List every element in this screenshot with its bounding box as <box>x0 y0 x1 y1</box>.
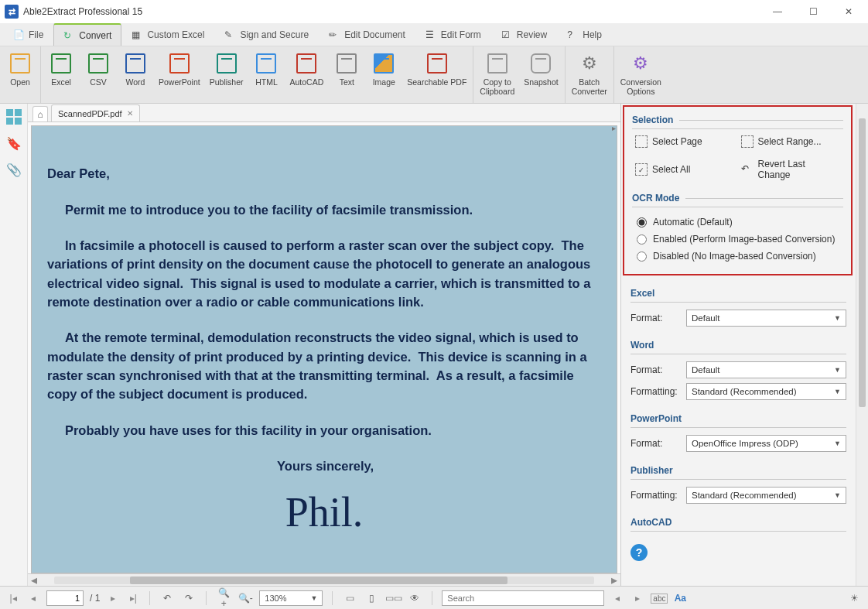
search-input[interactable] <box>442 590 604 606</box>
edit-icon: ✏ <box>329 29 340 40</box>
first-page-button[interactable]: |◂ <box>6 593 20 604</box>
view-mode-2-icon[interactable]: ▯ <box>364 593 379 604</box>
menu-sign-secure[interactable]: ✎Sign and Secure <box>214 23 319 46</box>
text-size-toggle[interactable]: Aa <box>672 593 688 604</box>
attachments-icon[interactable]: 📎 <box>5 161 22 178</box>
menu-review[interactable]: ☑Review <box>491 23 557 46</box>
left-gutter: 🔖 📎 <box>0 104 28 586</box>
ribbon: Open Excel CSV Word PowerPoint Publisher… <box>0 46 868 104</box>
search-prev-button[interactable]: ◂ <box>610 593 624 604</box>
next-page-button[interactable]: ▸ <box>106 593 120 604</box>
ribbon-open[interactable]: Open <box>2 50 39 88</box>
side-panel: Selection Select Page Select Range... ✓S… <box>620 104 868 586</box>
file-icon: 📄 <box>13 29 24 40</box>
ribbon-batch-converter[interactable]: ⚙Batch Converter <box>567 50 612 98</box>
ribbon-text[interactable]: Text <box>328 50 365 88</box>
close-button[interactable]: ✕ <box>831 0 866 23</box>
v-scroll-thumb[interactable] <box>859 118 866 408</box>
app-logo-icon: ⇄ <box>5 5 19 19</box>
page-total: / 1 <box>90 593 100 604</box>
titlebar: ⇄ Able2Extract Professional 15 — ☐ ✕ <box>0 0 868 23</box>
excel-format-label: Format: <box>630 313 682 323</box>
maximize-button[interactable]: ☐ <box>795 0 831 23</box>
view-mode-3-icon[interactable]: ▭▭ <box>385 593 401 604</box>
ribbon-image[interactable]: Image <box>365 50 402 88</box>
chevron-down-icon: ▼ <box>834 440 841 447</box>
select-all-button[interactable]: ✓Select All <box>635 159 735 180</box>
search-next-button[interactable]: ▸ <box>630 593 644 604</box>
home-tab-icon[interactable]: ⌂ <box>32 106 48 121</box>
letter-p2: In facsimile a photocell is caused to pe… <box>47 238 594 309</box>
ribbon-snapshot[interactable]: Snapshot <box>519 50 562 88</box>
letter-p1: Permit me to introduce you to the facili… <box>47 203 473 217</box>
menu-convert[interactable]: ↻Convert <box>53 23 121 46</box>
ocr-disabled-radio[interactable]: Disabled (No Image-based Conversion) <box>632 248 843 265</box>
select-range-icon <box>741 135 754 148</box>
bookmarks-icon[interactable]: 🔖 <box>5 135 22 152</box>
ppt-format-select[interactable]: OpenOffice Impress (ODP)▼ <box>686 435 846 452</box>
letter-closing: Yours sincerely, <box>277 459 374 473</box>
zoom-in-icon[interactable]: 🔍+ <box>216 587 231 609</box>
ribbon-publisher[interactable]: Publisher <box>205 50 248 88</box>
menu-edit-form[interactable]: ☰Edit Form <box>415 23 491 46</box>
ocr-title: OCR Mode <box>632 193 679 204</box>
document-tabstrip: ⌂ ScannedPDF.pdf ✕ <box>28 104 620 122</box>
camera-icon <box>530 53 552 74</box>
page-number-input[interactable] <box>46 590 84 606</box>
highlighted-panel: Selection Select Page Select Range... ✓S… <box>623 105 853 275</box>
menu-custom-excel[interactable]: ▦Custom Excel <box>121 23 214 46</box>
view-mode-1-icon[interactable]: ▭ <box>342 593 357 604</box>
revert-icon: ↶ <box>741 163 754 176</box>
help-bubble-icon[interactable]: ? <box>630 544 648 561</box>
horizontal-scrollbar[interactable]: ◂ ▸ <box>28 573 620 586</box>
ribbon-searchable-pdf[interactable]: Searchable PDF <box>402 50 471 88</box>
ribbon-copy-clipboard[interactable]: Copy to Clipboard <box>475 50 519 98</box>
panel-collapse-icon[interactable]: ▸ <box>608 124 619 132</box>
ribbon-html[interactable]: HTML <box>248 50 285 88</box>
document-canvas[interactable]: Dear Pete, Permit me to introduce you to… <box>31 125 617 573</box>
word-format-select[interactable]: Default▼ <box>686 361 846 378</box>
rotate-ccw-icon[interactable]: ↶ <box>159 593 175 604</box>
pub-formatting-select[interactable]: Standard (Recommended)▼ <box>686 487 846 504</box>
match-case-toggle[interactable]: abc <box>651 593 666 604</box>
ribbon-autocad[interactable]: AutoCAD <box>285 50 328 88</box>
status-bar: |◂ ◂ / 1 ▸ ▸| ↶ ↷ 🔍+ 🔍- 130%▼ ▭ ▯ ▭▭ 👁 ◂… <box>0 586 868 609</box>
text-icon <box>336 53 357 74</box>
last-page-button[interactable]: ▸| <box>126 593 140 604</box>
menu-help[interactable]: ?Help <box>557 23 612 46</box>
ocr-auto-radio[interactable]: Automatic (Default) <box>632 214 843 231</box>
vertical-scrollbar[interactable] <box>856 104 868 586</box>
zoom-select[interactable]: 130%▼ <box>259 590 323 606</box>
convert-icon: ↻ <box>63 30 74 41</box>
view-mode-4-icon[interactable]: 👁 <box>407 593 422 604</box>
ribbon-conversion-options[interactable]: ⚙Conversion Options <box>616 50 666 98</box>
close-tab-icon[interactable]: ✕ <box>127 109 133 118</box>
select-page-button[interactable]: Select Page <box>635 135 735 148</box>
zoom-out-icon[interactable]: 🔍- <box>238 593 253 604</box>
rotate-cw-icon[interactable]: ↷ <box>181 593 196 604</box>
brightness-icon[interactable]: ☀ <box>846 593 862 604</box>
minimize-button[interactable]: — <box>760 0 795 23</box>
h-scroll-thumb[interactable] <box>130 576 508 584</box>
autocad-icon <box>296 53 317 74</box>
revert-button[interactable]: ↶Revert Last Change <box>741 159 841 180</box>
letter-greeting: Dear Pete, <box>47 166 110 180</box>
ribbon-powerpoint[interactable]: PowerPoint <box>154 50 205 88</box>
document-tab-label: ScannedPDF.pdf <box>58 109 122 118</box>
ribbon-csv[interactable]: CSV <box>80 50 117 88</box>
document-tab[interactable]: ScannedPDF.pdf ✕ <box>51 104 140 121</box>
menu-file[interactable]: 📄File <box>3 23 53 46</box>
menu-edit-document[interactable]: ✏Edit Document <box>319 23 415 46</box>
select-range-button[interactable]: Select Range... <box>741 135 841 148</box>
excel-format-select[interactable]: Default▼ <box>686 310 846 327</box>
word-formatting-select[interactable]: Standard (Recommended)▼ <box>686 383 846 400</box>
prev-page-button[interactable]: ◂ <box>26 593 40 604</box>
thumbnails-toggle[interactable] <box>5 108 22 125</box>
publisher-icon <box>216 53 238 74</box>
selection-title: Selection <box>632 115 673 125</box>
ocr-enabled-radio[interactable]: Enabled (Perform Image-based Conversion) <box>632 231 843 248</box>
ribbon-word[interactable]: Word <box>117 50 154 88</box>
word-section-title: Word <box>630 335 846 354</box>
ribbon-excel[interactable]: Excel <box>43 50 80 88</box>
searchable-pdf-icon <box>426 53 448 74</box>
